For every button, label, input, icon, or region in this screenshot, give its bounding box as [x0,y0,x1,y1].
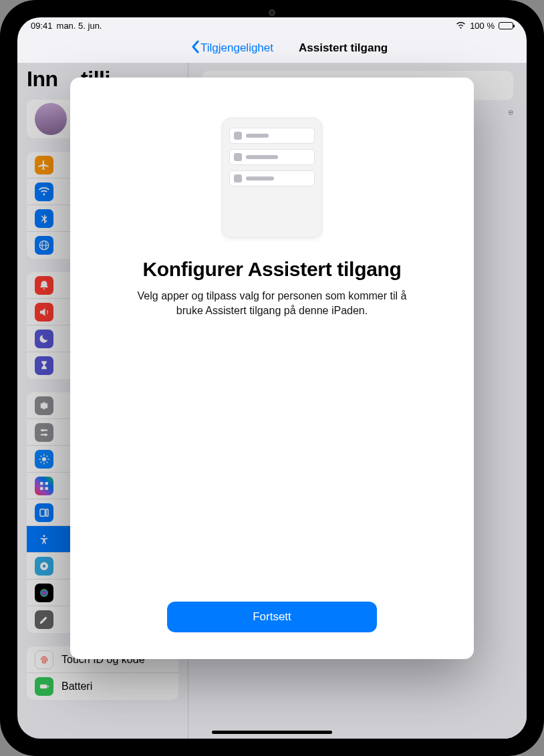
svg-point-24 [43,564,46,568]
accessibility-icon [35,530,53,549]
status-time: 09:41 [31,21,53,31]
svg-rect-26 [40,684,47,688]
svg-point-6 [44,433,47,436]
svg-line-14 [41,461,42,463]
speaker-icon [35,303,53,322]
battery-icon [499,22,513,29]
sidebar-item-label: Batteri [61,680,92,692]
screen: 09:41 man. 5. jun. 100 % Tilgjengelighet [17,17,527,739]
modal-illustration [222,118,322,238]
sliders-icon [35,423,53,442]
svg-rect-20 [40,509,45,516]
svg-point-5 [41,428,44,431]
moon-icon [35,330,53,348]
svg-rect-27 [47,686,49,688]
modal-body-text: Velg apper og tilpass valg for personen … [132,289,412,318]
status-date: man. 5. jun. [57,21,102,31]
front-camera [269,9,275,16]
svg-rect-19 [45,487,49,490]
continue-button[interactable]: Fortsett [167,602,377,632]
pencil-icon [35,610,53,629]
assistive-access-setup-modal: Konfigurer Assistert tilgang Velg apper … [70,78,474,659]
brightness-icon [35,450,53,469]
gear-icon [35,396,53,415]
avatar [35,103,67,135]
svg-rect-17 [45,482,49,485]
svg-rect-16 [40,482,43,485]
sidebar-item-battery[interactable]: Batteri [27,673,178,700]
svg-rect-21 [46,509,48,516]
svg-line-13 [47,461,48,463]
bluetooth-icon [35,209,53,228]
ipad-device-frame: 09:41 man. 5. jun. 100 % Tilgjengelighet [0,0,544,756]
wallpaper-icon [35,557,53,576]
fingerprint-icon [35,650,53,669]
nav-title: Assistert tilgang [299,41,388,55]
nav-back-button[interactable]: Tilgjengelighet [191,40,273,57]
illustration-row [229,149,315,165]
home-indicator[interactable] [212,731,332,734]
detail-nav-bar: Tilgjengelighet Assistert tilgang [17,33,527,63]
svg-line-15 [47,455,48,457]
svg-rect-18 [40,487,43,490]
modal-title: Konfigurer Assistert tilgang [142,258,401,281]
hourglass-icon [35,356,53,375]
siri-icon [35,584,53,602]
svg-point-22 [43,535,45,537]
svg-point-7 [42,457,46,461]
illustration-row [229,170,315,186]
illustration-row [229,128,315,144]
multitask-icon [35,503,53,522]
status-battery-pct: 100 % [470,21,495,31]
bell-icon [35,276,53,295]
status-bar: 09:41 man. 5. jun. 100 % [17,17,527,33]
battery-settings-icon [35,677,53,696]
chevron-left-icon [191,40,199,57]
nav-back-label: Tilgjengelighet [200,41,273,55]
globe-icon [35,236,53,255]
airplane-icon [35,156,53,174]
svg-point-25 [40,589,48,597]
svg-line-12 [41,455,42,457]
app-grid-icon [35,477,53,495]
wifi-settings-icon [35,182,53,201]
wifi-icon [456,21,466,29]
